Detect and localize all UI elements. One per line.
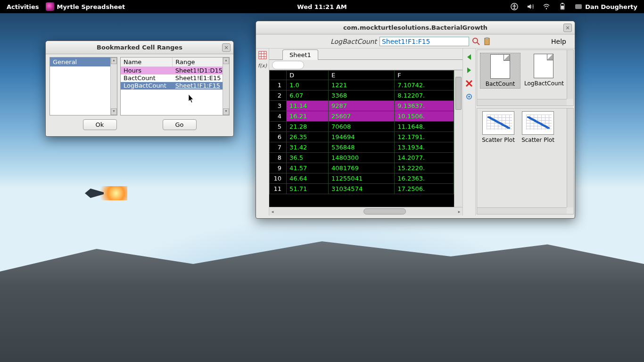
cell[interactable]: 11.14 <box>287 101 329 111</box>
row-header[interactable]: 4 <box>270 111 287 122</box>
grid-row[interactable]: 3 11.14 9287 9.13637. <box>270 101 454 111</box>
active-app-menu[interactable]: Myrtle Spreadsheet <box>46 2 125 11</box>
cell[interactable]: 25607 <box>329 111 395 122</box>
cell[interactable]: 9.13637. <box>395 101 454 111</box>
main-titlebar[interactable]: com.mockturtlesolutions.BacterialGrowth … <box>256 21 575 34</box>
grid-row[interactable]: 8 36.5 1480300 14.2077. <box>270 153 454 163</box>
row-header[interactable]: 1 <box>270 80 287 90</box>
delete-icon[interactable] <box>464 79 474 88</box>
cell[interactable]: 11.1648. <box>395 122 454 132</box>
plot-item[interactable]: Scatter Plot <box>520 111 556 143</box>
cell[interactable]: 7.10742. <box>395 80 454 90</box>
go-button[interactable]: Go <box>163 119 197 130</box>
row-header[interactable]: 5 <box>270 122 287 132</box>
category-general[interactable]: General <box>50 58 117 66</box>
ok-button[interactable]: Ok <box>83 119 117 130</box>
cell-name-box[interactable] <box>272 61 304 69</box>
bookmark-row-selected[interactable]: LogBactCount Sheet1!F1:F15 <box>121 82 229 90</box>
col-header[interactable]: F <box>395 71 454 80</box>
arrow-left-icon[interactable] <box>464 52 474 62</box>
cell[interactable]: 12.1791. <box>395 132 454 142</box>
col-range[interactable]: Range <box>173 58 229 67</box>
cell[interactable]: 9287 <box>329 101 395 111</box>
cell[interactable]: 8.12207. <box>395 90 454 101</box>
row-header[interactable]: 8 <box>270 153 287 163</box>
cell[interactable]: 1480300 <box>329 153 395 163</box>
cell[interactable]: 15.2220. <box>395 163 454 173</box>
dataset-item[interactable]: BactCount <box>480 53 520 89</box>
gear-icon[interactable] <box>464 92 474 101</box>
row-header[interactable]: 7 <box>270 142 287 153</box>
battery-icon[interactable] <box>559 3 566 10</box>
grid-row[interactable]: 9 41.57 4081769 15.2220. <box>270 163 454 173</box>
cell[interactable]: 3368 <box>329 90 395 101</box>
grid-vscrollbar[interactable] <box>454 70 462 207</box>
cell[interactable]: 1221 <box>329 80 395 90</box>
col-name[interactable]: Name <box>121 58 173 67</box>
col-header[interactable]: D <box>287 71 329 80</box>
cell[interactable]: 194694 <box>329 132 395 142</box>
cell[interactable]: 536848 <box>329 142 395 153</box>
cell[interactable]: 16.21 <box>287 111 329 122</box>
help-menu[interactable]: Help <box>551 38 566 45</box>
scrollbar[interactable] <box>567 50 573 99</box>
col-header[interactable]: E <box>329 71 395 80</box>
corner-cell[interactable] <box>270 71 287 80</box>
grid-icon[interactable] <box>258 50 267 60</box>
cell[interactable]: 41.57 <box>287 163 329 173</box>
cell[interactable]: 21.28 <box>287 122 329 132</box>
grid-row[interactable]: 5 21.28 70608 11.1648. <box>270 122 454 132</box>
cell[interactable]: 31034574 <box>329 184 395 194</box>
grid-row[interactable]: 2 6.07 3368 8.12207. <box>270 90 454 101</box>
user-menu[interactable]: Dan Dougherty <box>575 3 637 10</box>
volume-icon[interactable] <box>527 3 534 10</box>
dataset-item[interactable]: LogBactCount <box>523 53 564 88</box>
row-header[interactable]: 6 <box>270 132 287 142</box>
close-icon[interactable]: ✕ <box>563 24 572 32</box>
activities-button[interactable]: Activities <box>7 3 39 10</box>
grid-row[interactable]: 11 51.71 31034574 17.2506. <box>270 184 454 194</box>
cell[interactable]: 16.2363. <box>395 173 454 184</box>
scrollbar[interactable] <box>477 207 567 214</box>
grid-row[interactable]: 6 26.35 194694 12.1791. <box>270 132 454 142</box>
cell[interactable]: 17.2506. <box>395 184 454 194</box>
scrollbar[interactable]: ▴▾ <box>110 58 117 115</box>
cell[interactable]: 13.1934. <box>395 142 454 153</box>
cell[interactable]: 1.0 <box>287 80 329 90</box>
range-input[interactable] <box>380 37 469 46</box>
close-icon[interactable]: ✕ <box>222 43 231 52</box>
search-icon[interactable] <box>472 37 480 46</box>
cell[interactable]: 26.35 <box>287 132 329 142</box>
grid-row[interactable]: 7 31.42 536848 13.1934. <box>270 142 454 153</box>
cell[interactable]: 36.5 <box>287 153 329 163</box>
grid-row[interactable]: 4 16.21 25607 10.1506. <box>270 111 454 122</box>
grid-row[interactable]: 10 46.64 11255041 16.2363. <box>270 173 454 184</box>
clipboard-icon[interactable] <box>483 37 492 46</box>
bookmark-row[interactable]: Hours Sheet1!D1:D15 <box>121 67 229 75</box>
cell[interactable]: 10.1506. <box>395 111 454 122</box>
cell[interactable]: 14.2077. <box>395 153 454 163</box>
grid-row[interactable]: 1 1.0 1221 7.10742. <box>270 80 454 90</box>
bookmark-row[interactable]: BactCount Sheet1!E1:E15 <box>121 74 229 82</box>
plot-item[interactable]: Scatter Plot <box>480 111 517 143</box>
bookmarks-titlebar[interactable]: Bookmarked Cell Ranges ✕ <box>46 41 233 54</box>
scrollbar[interactable] <box>477 99 567 106</box>
cell[interactable]: 11255041 <box>329 173 395 184</box>
tab-sheet1[interactable]: Sheet1 <box>282 49 318 60</box>
bookmark-categories[interactable]: General ▴▾ <box>50 57 117 115</box>
row-header[interactable]: 11 <box>270 184 287 194</box>
row-header[interactable]: 3 <box>270 101 287 111</box>
accessibility-icon[interactable] <box>511 3 518 10</box>
cell[interactable]: 31.42 <box>287 142 329 153</box>
grid-hscrollbar[interactable]: ◂▸ <box>269 207 462 215</box>
spreadsheet-grid[interactable]: D E F 1 1.0 1221 7.10742.2 6.07 3368 8.1… <box>269 70 454 207</box>
row-header[interactable]: 2 <box>270 90 287 101</box>
cell[interactable]: 51.71 <box>287 184 329 194</box>
cell[interactable]: 4081769 <box>329 163 395 173</box>
scrollbar[interactable] <box>567 108 573 207</box>
row-header[interactable]: 10 <box>270 173 287 184</box>
wifi-icon[interactable] <box>543 3 550 10</box>
arrow-right-icon[interactable] <box>464 66 474 75</box>
scrollbar[interactable]: ▴▾ <box>223 58 229 115</box>
cell[interactable]: 46.64 <box>287 173 329 184</box>
